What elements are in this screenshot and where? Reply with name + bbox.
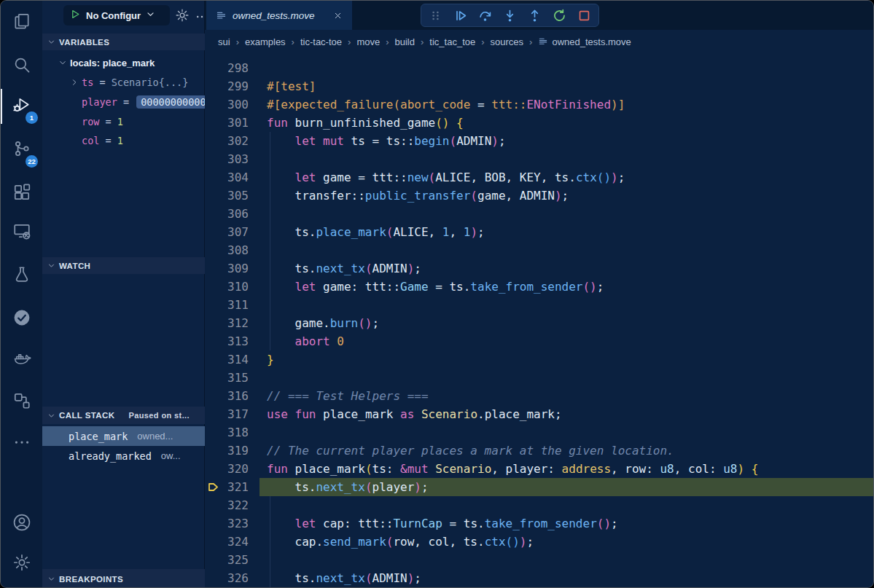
variables-scope-row[interactable]: locals: place_mark [42,53,221,72]
line-number[interactable]: 306 [205,205,249,223]
code-line[interactable]: 324 cap.send_mark(row, col, ts.ctx()); [205,533,874,551]
breadcrumb-item[interactable]: move [356,36,380,47]
call-stack-section-header[interactable]: CALL STACK Paused on st... [42,407,205,424]
tab-close-icon[interactable] [333,11,343,20]
code-line[interactable]: 308 [205,241,874,259]
code-line[interactable]: 300#[expected_failure(abort_code = ttt::… [205,95,874,114]
line-number[interactable]: 314 [205,350,249,369]
line-number[interactable]: 311 [205,296,249,314]
code-line[interactable]: 299#[test] [205,77,874,95]
code-line[interactable]: 321 ts.next_tx(player); [205,478,874,496]
code-line[interactable]: 322 [205,496,874,514]
line-number[interactable]: 312 [205,314,249,332]
line-number[interactable]: 298 [205,59,249,77]
line-number[interactable]: 319 [205,442,249,460]
step-out-button[interactable] [528,9,542,23]
code-line[interactable]: 306 [205,205,874,223]
variable-row-ts[interactable]: ts = Scenario{...} [42,73,233,92]
code-line[interactable]: 310 let game: ttt::Game = ts.take_from_s… [205,278,874,296]
line-number[interactable]: 322 [205,496,249,514]
variable-row-player[interactable]: player = 000000000000… [42,93,233,111]
code-line[interactable]: 313 abort 0 [205,332,874,350]
breadcrumb-item[interactable]: sources [491,36,524,47]
activity-item-run-and-debug[interactable]: 1 [1,93,42,119]
code-line[interactable]: 298 [205,59,874,77]
stack-frame-place_mark[interactable]: place_markowned... [42,426,205,446]
line-number[interactable]: 303 [205,150,249,168]
code-line[interactable]: 302 let mut ts = ts::begin(ADMIN); [205,132,874,150]
line-number[interactable]: 309 [205,259,249,278]
code-line[interactable]: 326 ts.next_tx(ADMIN); [205,569,874,587]
activity-item-docker[interactable] [1,346,42,372]
activity-item-search[interactable] [1,53,42,79]
line-number[interactable]: 310 [205,278,249,296]
activity-item-references[interactable] [1,389,42,415]
breadcrumb-item[interactable]: build [395,36,415,47]
continue-button[interactable] [453,9,467,23]
code-line[interactable]: 318 [205,423,874,442]
code-line[interactable]: 305 transfer::public_transfer(game, ADMI… [205,187,874,205]
breadcrumb-item[interactable]: tic-tac-toe [300,36,342,47]
watch-section-header[interactable]: WATCH [42,257,205,274]
code-line[interactable]: 311 [205,296,874,314]
line-number[interactable]: 308 [205,241,249,259]
code-line[interactable]: 315 [205,369,874,387]
step-over-button[interactable] [478,9,492,23]
step-into-button[interactable] [503,9,517,23]
line-number[interactable]: 326 [205,569,249,587]
breadcrumb-item[interactable]: tic_tac_toe [429,36,475,47]
variable-row-col[interactable]: col = 1 [42,131,233,150]
chevron-right-icon[interactable] [70,78,79,87]
line-number[interactable]: 325 [205,551,249,569]
code-line[interactable]: 317use fun place_mark as Scenario.place_… [205,405,874,423]
variables-section-header[interactable]: VARIABLES [42,34,205,50]
code-editor[interactable]: 298299#[test]300#[expected_failure(abort… [205,53,874,588]
code-line[interactable]: 319// The current player places a mark a… [205,442,874,460]
code-line[interactable]: 314} [205,350,874,369]
code-line[interactable]: 303 [205,150,874,168]
line-number[interactable]: 302 [205,132,249,150]
code-line[interactable]: 301fun burn_unfinished_game() { [205,114,874,132]
line-number[interactable]: 313 [205,332,249,350]
activity-item-remote-explorer[interactable] [1,219,42,246]
tab-owned-tests-move[interactable]: owned_tests.move [206,1,352,30]
line-number[interactable]: 320 [205,460,249,478]
activity-item-testing[interactable] [1,263,42,289]
start-debug-icon[interactable] [70,9,81,23]
code-line[interactable]: 304 let game = ttt::new(ALICE, BOB, KEY,… [205,168,874,187]
activity-item-extensions[interactable] [1,181,42,207]
launch-config-dropdown[interactable]: No Configur [63,5,170,26]
line-number[interactable]: 317 [205,405,249,423]
activity-item-settings[interactable] [1,551,42,577]
code-line[interactable]: 312 game.burn(); [205,314,874,332]
activity-item-tasks[interactable] [1,306,42,332]
code-line[interactable]: 323 let cap: ttt::TurnCap = ts.take_from… [205,514,874,533]
activity-item-account[interactable] [1,511,42,537]
variable-row-row[interactable]: row = 1 [42,112,233,131]
line-number[interactable]: 315 [205,369,249,387]
breadcrumb-item[interactable]: sui [218,36,230,47]
stop-button[interactable] [577,9,591,23]
line-number[interactable]: 300 [205,95,249,114]
line-number[interactable]: 305 [205,187,249,205]
code-line[interactable]: 325 [205,551,874,569]
activity-item-source-control[interactable]: 22 [1,137,42,163]
line-number[interactable]: 323 [205,514,249,533]
line-number[interactable]: 316 [205,387,249,405]
line-number[interactable]: 299 [205,77,249,95]
line-number[interactable]: 318 [205,423,249,442]
breadcrumb-item[interactable]: examples [245,36,286,47]
code-line[interactable]: 320fun place_mark(ts: &mut Scenario, pla… [205,460,874,478]
line-number[interactable]: 301 [205,114,249,132]
stack-frame-already_marked[interactable]: already_markedow... [42,446,205,466]
code-line[interactable]: 307 ts.place_mark(ALICE, 1, 1); [205,223,874,241]
breakpoints-section-header[interactable]: BREAKPOINTS [42,569,205,588]
debug-settings-gear-icon[interactable] [175,8,190,26]
breadcrumb-file[interactable]: owned_tests.move [538,36,631,47]
gripper-handle[interactable] [429,9,442,23]
line-number[interactable]: 304 [205,168,249,187]
code-line[interactable]: 309 ts.next_tx(ADMIN); [205,259,874,278]
activity-item-explorer[interactable] [1,9,42,36]
restart-button[interactable] [553,9,566,23]
code-line[interactable]: 316// === Test Helpers === [205,387,874,405]
